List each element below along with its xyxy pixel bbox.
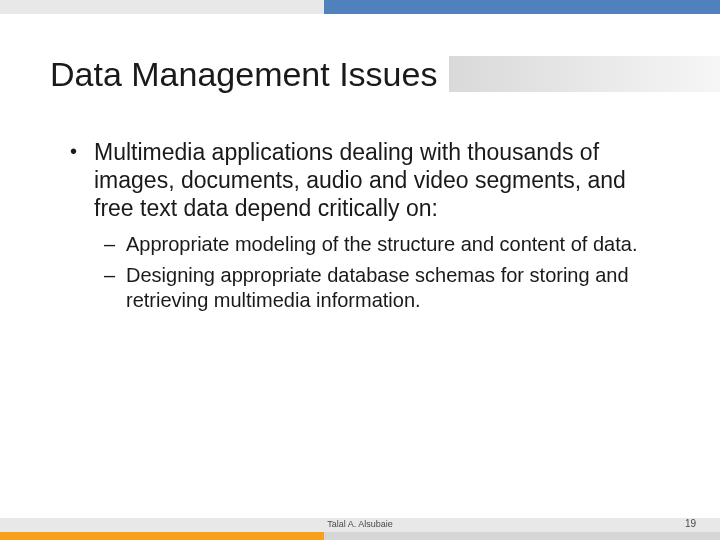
bullet-level2: – Appropriate modeling of the structure … [104, 232, 668, 257]
bullet-level2-text: Designing appropriate database schemas f… [126, 263, 668, 313]
footer-author: Talal A. Alsubaie [0, 519, 720, 529]
bullet-level1-text: Multimedia applications dealing with tho… [94, 138, 668, 222]
slide: Data Management Issues • Multimedia appl… [0, 0, 720, 540]
footer-page-number: 19 [685, 518, 696, 529]
title-left-pad [0, 50, 44, 98]
footer-accent-bar [0, 532, 720, 540]
title-tail-gradient [449, 56, 720, 92]
top-accent-bar-right [324, 0, 720, 14]
title-row: Data Management Issues [0, 50, 720, 98]
bullet-level2-text: Appropriate modeling of the structure an… [126, 232, 668, 257]
bullet-dot-icon: • [70, 138, 94, 222]
bullet-level2-group: – Appropriate modeling of the structure … [104, 232, 668, 312]
bullet-dash-icon: – [104, 232, 126, 257]
bullet-level2: – Designing appropriate database schemas… [104, 263, 668, 313]
slide-body: • Multimedia applications dealing with t… [70, 138, 668, 319]
bullet-dash-icon: – [104, 263, 126, 313]
bullet-level1: • Multimedia applications dealing with t… [70, 138, 668, 222]
slide-title: Data Management Issues [44, 55, 443, 94]
